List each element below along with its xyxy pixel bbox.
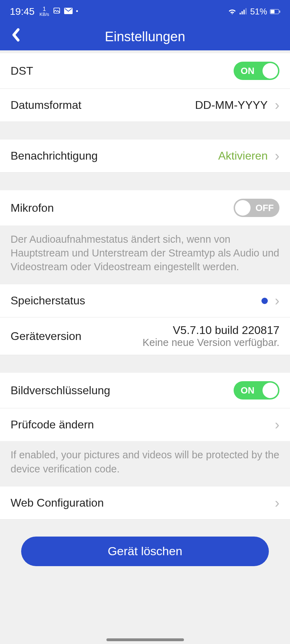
dateformat-label: Datumsformat <box>11 99 81 112</box>
network-speed: 1 KB/s <box>39 6 49 17</box>
delete-device-button[interactable]: Gerät löschen <box>21 537 269 566</box>
row-encryption: Bildverschlüsselung ON <box>0 373 290 408</box>
row-version: Geräteversion V5.7.10 build 220817 Keine… <box>0 317 290 355</box>
chevron-right-icon: › <box>275 293 279 309</box>
row-dateformat[interactable]: Datumsformat DD-MM-YYYY › <box>0 89 290 122</box>
row-microphone: Mikrofon OFF <box>0 190 290 225</box>
signal-icon <box>240 7 247 17</box>
status-right: 51% <box>228 7 280 17</box>
status-bar: 19:45 1 KB/s • 51% <box>0 0 290 23</box>
mail-icon <box>64 7 73 16</box>
svg-rect-4 <box>243 10 245 14</box>
nav-bar: Einstellungen <box>0 23 290 50</box>
svg-rect-5 <box>245 8 246 14</box>
chevron-right-icon: › <box>275 148 279 164</box>
status-left: 19:45 1 KB/s • <box>10 6 78 17</box>
wifi-icon <box>228 7 237 17</box>
microphone-label: Mikrofon <box>11 202 54 215</box>
version-value: V5.7.10 build 220817 <box>142 324 279 337</box>
version-sub: Keine neue Version verfügbar. <box>142 337 279 348</box>
dst-label: DST <box>11 64 33 78</box>
page-title: Einstellungen <box>105 29 185 44</box>
dateformat-value: DD-MM-YYYY <box>195 99 267 112</box>
image-icon <box>53 7 61 17</box>
row-changecode[interactable]: Prüfcode ändern › <box>0 408 290 441</box>
notification-label: Benachrichtigung <box>11 149 98 162</box>
microphone-description: Der Audioaufnahmestatus ändert sich, wen… <box>0 225 290 284</box>
home-indicator[interactable] <box>106 638 184 641</box>
encryption-description: If enabled, your pictures and videos wil… <box>0 441 290 486</box>
delete-section: Gerät löschen <box>0 520 290 580</box>
webconfig-label: Web Configuration <box>11 496 104 509</box>
encryption-toggle[interactable]: ON <box>234 381 279 400</box>
dot-icon: • <box>76 8 78 15</box>
changecode-label: Prüfcode ändern <box>11 418 94 431</box>
back-button[interactable] <box>11 28 20 45</box>
svg-rect-3 <box>241 11 242 14</box>
status-dot-icon <box>261 298 268 304</box>
battery-icon <box>270 9 280 14</box>
storage-label: Speicherstatus <box>11 294 85 307</box>
notification-value: Aktivieren <box>218 149 268 162</box>
status-time: 19:45 <box>10 6 35 17</box>
svg-rect-2 <box>240 13 241 14</box>
version-label: Geräteversion <box>11 330 81 343</box>
row-webconfig[interactable]: Web Configuration › <box>0 487 290 520</box>
encryption-label: Bildverschlüsselung <box>11 384 110 397</box>
dst-toggle[interactable]: ON <box>234 62 279 80</box>
chevron-right-icon: › <box>275 495 279 511</box>
chevron-right-icon: › <box>275 97 279 113</box>
content: DST ON Datumsformat DD-MM-YYYY › Benachr… <box>0 50 290 580</box>
microphone-toggle[interactable]: OFF <box>234 199 279 217</box>
chevron-right-icon: › <box>275 417 279 433</box>
row-storage[interactable]: Speicherstatus › <box>0 284 290 317</box>
row-dst: DST ON <box>0 53 290 89</box>
row-notification[interactable]: Benachrichtigung Aktivieren › <box>0 140 290 173</box>
battery-percent: 51% <box>250 7 267 17</box>
